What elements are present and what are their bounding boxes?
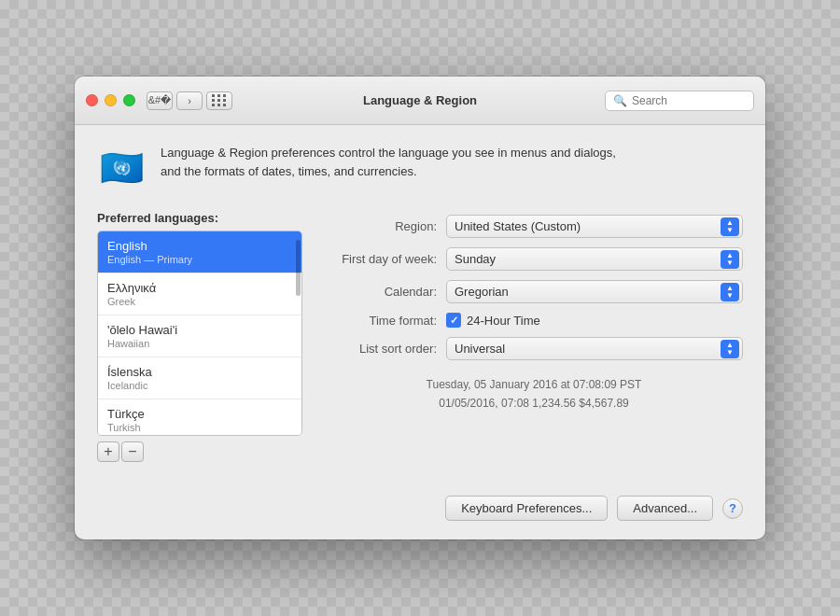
traffic-lights: [86, 94, 135, 106]
language-item-hawaiian[interactable]: 'ōlelo Hawai'i Hawaiian: [98, 315, 301, 357]
region-label: Region:: [325, 219, 446, 233]
titlebar: &#� › Language & Region 🔍: [75, 77, 765, 125]
preview-text: Tuesday, 05 January 2016 at 07:08:09 PST…: [325, 375, 743, 413]
region-select[interactable]: United States (Custom): [446, 215, 743, 238]
sort-label: List sort order:: [325, 342, 446, 356]
language-item-greek[interactable]: Ελληνικά Greek: [98, 273, 301, 315]
info-text: Language & Region preferences control th…: [161, 144, 616, 180]
main-panel: Preferred languages: English English — P…: [97, 211, 743, 462]
content-area: 🇺🇳 Language & Region preferences control…: [75, 125, 765, 481]
search-box[interactable]: 🔍: [605, 91, 754, 111]
language-item-english[interactable]: English English — Primary: [98, 231, 301, 273]
sort-select-wrapper: Universal ▲ ▼: [446, 337, 743, 360]
time-format-checkbox[interactable]: [446, 313, 461, 328]
week-row: First day of week: Sunday ▲ ▼: [325, 247, 743, 271]
apps-button[interactable]: [206, 91, 232, 110]
calendar-label: Calendar:: [325, 285, 446, 299]
scrollbar[interactable]: [296, 240, 301, 296]
advanced-button[interactable]: Advanced...: [617, 496, 713, 521]
week-select[interactable]: Sunday: [446, 247, 743, 271]
search-input[interactable]: [632, 94, 746, 107]
main-window: &#� › Language & Region 🔍 🇺🇳 Language & …: [75, 77, 765, 539]
forward-button[interactable]: ›: [176, 91, 203, 110]
lang-sub-icelandic: Icelandic: [107, 380, 292, 391]
info-banner: 🇺🇳 Language & Region preferences control…: [97, 144, 743, 192]
window-title: Language & Region: [363, 93, 477, 107]
lang-name-hawaiian: 'ōlelo Hawai'i: [107, 323, 292, 337]
time-format-checkbox-row: 24-Hour Time: [446, 313, 540, 328]
preview-line1: Tuesday, 05 January 2016 at 07:08:09 PST: [325, 375, 743, 394]
apps-grid-icon: [212, 94, 227, 106]
time-format-label: Time format:: [325, 314, 446, 328]
calendar-select-wrapper: Gregorian ▲ ▼: [446, 280, 743, 303]
week-label: First day of week:: [325, 252, 446, 266]
bottom-bar: Keyboard Preferences... Advanced... ?: [75, 481, 765, 539]
lang-name-english: English: [107, 239, 292, 253]
time-format-checkbox-label: 24-Hour Time: [467, 314, 540, 328]
sort-row: List sort order: Universal ▲ ▼: [325, 337, 743, 360]
language-item-turkish[interactable]: Türkçe Turkish: [98, 399, 301, 436]
calendar-select[interactable]: Gregorian: [446, 280, 743, 303]
search-icon: 🔍: [613, 94, 627, 107]
languages-label: Preferred languages:: [97, 211, 302, 225]
time-format-row: Time format: 24-Hour Time: [325, 313, 743, 328]
lang-name-greek: Ελληνικά: [107, 281, 292, 295]
week-select-wrapper: Sunday ▲ ▼: [446, 247, 743, 271]
lang-sub-english: English — Primary: [107, 254, 292, 265]
region-row: Region: United States (Custom) ▲ ▼: [325, 215, 743, 238]
back-button[interactable]: &#�: [147, 91, 173, 110]
remove-language-button[interactable]: −: [121, 441, 144, 462]
lang-sub-turkish: Turkish: [107, 422, 292, 433]
keyboard-preferences-button[interactable]: Keyboard Preferences...: [445, 496, 608, 521]
calendar-row: Calendar: Gregorian ▲ ▼: [325, 280, 743, 303]
sort-select[interactable]: Universal: [446, 337, 743, 360]
list-controls: + −: [97, 441, 302, 462]
preview-line2: 01/05/2016, 07:08 1,234.56 $4,567.89: [325, 394, 743, 413]
lang-sub-hawaiian: Hawaiian: [107, 338, 292, 349]
help-button[interactable]: ?: [722, 498, 743, 519]
lang-sub-greek: Greek: [107, 296, 292, 307]
languages-list[interactable]: English English — Primary Ελληνικά Greek…: [97, 231, 302, 436]
languages-list-wrapper: English English — Primary Ελληνικά Greek…: [97, 231, 302, 436]
language-item-icelandic[interactable]: Íslenska Icelandic: [98, 357, 301, 399]
lang-name-icelandic: Íslenska: [107, 365, 292, 379]
nav-buttons: &#� ›: [147, 91, 203, 110]
lang-name-turkish: Türkçe: [107, 407, 292, 421]
description-line1: Language & Region preferences control th…: [161, 146, 616, 160]
close-button[interactable]: [86, 94, 98, 106]
description-line2: and the formats of dates, times, and cur…: [161, 164, 417, 178]
region-select-wrapper: United States (Custom) ▲ ▼: [446, 215, 743, 238]
languages-section: Preferred languages: English English — P…: [97, 211, 302, 462]
minimize-button[interactable]: [105, 94, 117, 106]
add-language-button[interactable]: +: [97, 441, 119, 462]
maximize-button[interactable]: [123, 94, 135, 106]
settings-section: Region: United States (Custom) ▲ ▼ First…: [325, 211, 743, 462]
flag-icon: 🇺🇳: [97, 144, 146, 192]
